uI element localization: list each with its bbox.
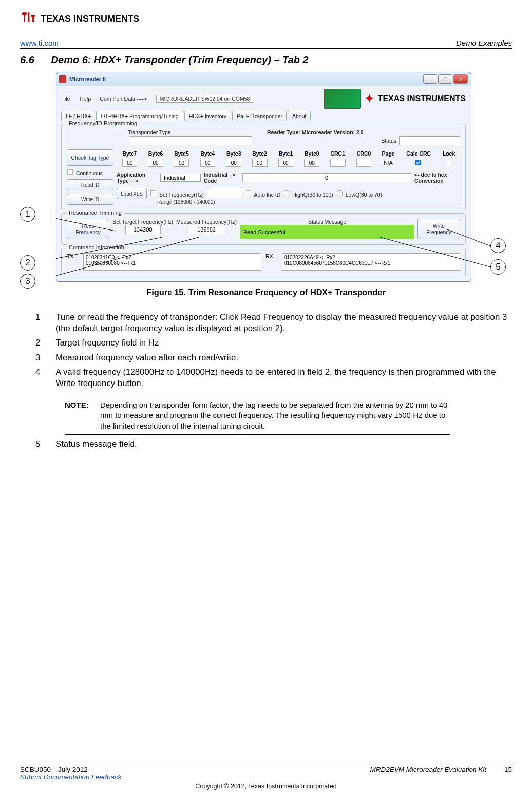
menu-file[interactable]: File bbox=[61, 96, 70, 102]
window-maximize-button[interactable]: ☐ bbox=[438, 74, 452, 84]
app-icon bbox=[59, 75, 66, 83]
set-frequency-checkbox[interactable] bbox=[150, 190, 157, 196]
lock-checkbox[interactable] bbox=[445, 159, 451, 165]
figure-15: Microreader II _ ☐ ✕ File Help Com Port … bbox=[56, 72, 497, 282]
command-info-title: Command Information bbox=[67, 244, 126, 250]
window-minimize-button[interactable]: _ bbox=[423, 74, 437, 84]
app-window: Microreader II _ ☐ ✕ File Help Com Port … bbox=[56, 72, 471, 282]
list-item: 2Target frequency field in Hz bbox=[35, 337, 512, 349]
com-port-value[interactable]: MICROREADER SW02.04 on COM58 bbox=[156, 95, 254, 103]
window-title: Microreader II bbox=[69, 76, 106, 82]
section-title: Demo 6: HDX+ Transponder (Trim Frequency… bbox=[51, 54, 309, 65]
set-frequency-field[interactable] bbox=[207, 189, 242, 198]
set-freq-check-wrap[interactable]: Set Frequency(Hz) bbox=[150, 190, 204, 198]
header-breadcrumb: Demo Examples bbox=[456, 39, 512, 47]
brand-box: ✦ TEXAS INSTRUMENTS bbox=[324, 89, 466, 109]
set-target-label: Set Target Frequency(Hz) bbox=[112, 219, 173, 225]
byte5-input[interactable] bbox=[174, 159, 189, 167]
list-item: 3Measured frequency value after each rea… bbox=[35, 352, 512, 364]
callout-1: 1 bbox=[20, 207, 35, 222]
brand-text: TEXAS INSTRUMENTS bbox=[378, 95, 466, 103]
menu-help[interactable]: Help bbox=[80, 96, 91, 102]
tabstrip: LF / HDX+ OTP/HDX+ Programming/Tuning HD… bbox=[61, 111, 466, 121]
note-label: NOTE: bbox=[65, 400, 100, 431]
transponder-type-field[interactable] bbox=[129, 136, 252, 145]
measured-label: Measured Frequency(Hz) bbox=[176, 219, 237, 225]
set-frequency-label: Set Frequency(Hz) bbox=[159, 192, 204, 198]
lowq-label: LowQ(30 to 70) bbox=[346, 192, 382, 198]
highq-label: HighQ(30 to 100) bbox=[292, 192, 333, 198]
page-footer: SCBU050 – July 2012 Submit Documentation… bbox=[20, 763, 512, 790]
byte2-input[interactable] bbox=[252, 159, 268, 167]
section-heading: 6.6 Demo 6: HDX+ Transponder (Trim Frequ… bbox=[20, 54, 512, 66]
com-port-label: Com Port Data ----> bbox=[100, 96, 146, 102]
chip-image bbox=[324, 89, 361, 109]
header-url[interactable]: www.ti.com bbox=[20, 39, 59, 47]
tab-palfi[interactable]: PaLFI Transponder bbox=[232, 111, 287, 121]
tx-label: TX bbox=[67, 253, 79, 259]
byte3-input[interactable] bbox=[226, 159, 241, 167]
highq-radio[interactable] bbox=[284, 190, 290, 196]
transponder-type-label: Transponder Type bbox=[128, 129, 171, 135]
write-id-button[interactable]: Write ID bbox=[67, 194, 113, 205]
ti-mark-icon: ✦ bbox=[365, 92, 374, 105]
industrial-code-label: Industrial –> Code bbox=[204, 172, 239, 184]
auto-inc-wrap[interactable]: Auto Inc ID bbox=[245, 190, 280, 198]
read-frequency-button[interactable]: Read Frequency bbox=[67, 219, 109, 239]
window-close-button[interactable]: ✕ bbox=[453, 74, 468, 84]
status-message-field: Read Successful bbox=[240, 225, 414, 239]
list-item: 4A valid frequency (128000Hz to 140000Hz… bbox=[35, 367, 512, 390]
crc1-input[interactable] bbox=[330, 159, 346, 167]
resonance-group-title: Resonance Trimming bbox=[67, 210, 124, 216]
ti-logo-text: TEXAS INSTRUMENTS bbox=[41, 14, 139, 24]
read-id-button[interactable]: Read ID bbox=[67, 179, 113, 190]
list-item: 1Tune or read the frequency of transpond… bbox=[35, 312, 512, 334]
reader-info: Reader Type: Microreader Version: 2.0 bbox=[267, 129, 364, 135]
write-frequency-button[interactable]: Write Frequency bbox=[417, 219, 460, 239]
tab-about[interactable]: About bbox=[288, 111, 311, 121]
app-type-combo[interactable]: Industrial bbox=[160, 174, 201, 182]
tab-hdx-inventory[interactable]: HDX+ Inventory bbox=[184, 111, 231, 121]
status-label: Status bbox=[381, 138, 396, 144]
crc0-input[interactable] bbox=[356, 159, 371, 167]
lowq-radio[interactable] bbox=[336, 190, 343, 196]
submit-feedback-link[interactable]: Submit Documentation Feedback bbox=[20, 773, 122, 781]
step-list: 1Tune or read the frequency of transpond… bbox=[35, 312, 512, 390]
app-type-label: Application Type —> bbox=[117, 172, 157, 184]
tab-otp-programming[interactable]: OTP/HDX+ Programming/Tuning bbox=[96, 111, 183, 121]
set-freq-range: Range (128000 - 140000) bbox=[157, 199, 460, 205]
footer-doc-id: SCBU050 – July 2012 bbox=[20, 765, 88, 773]
lowq-wrap[interactable]: LowQ(30 to 70) bbox=[336, 190, 382, 198]
byte4-input[interactable] bbox=[200, 159, 215, 167]
set-target-field[interactable]: 134200 bbox=[125, 225, 161, 234]
callout-3: 3 bbox=[20, 274, 35, 289]
list-item: 5Status message field. bbox=[35, 439, 512, 450]
window-titlebar: Microreader II _ ☐ ✕ bbox=[56, 72, 471, 86]
callout-4: 4 bbox=[490, 238, 506, 253]
command-info-group: Command Information TX 01028341C0 <--Tx2… bbox=[61, 248, 466, 276]
byte1-input[interactable] bbox=[278, 159, 293, 167]
page-value: N/A bbox=[384, 160, 393, 166]
footer-copyright: Copyright © 2012, Texas Instruments Inco… bbox=[20, 783, 512, 790]
highq-wrap[interactable]: HighQ(30 to 100) bbox=[283, 190, 333, 198]
measured-field: 139882 bbox=[189, 225, 224, 234]
continuous-checkbox-wrap[interactable]: Continuous bbox=[67, 169, 113, 176]
auto-inc-checkbox[interactable] bbox=[246, 190, 252, 196]
byte-header-row: Byte7Byte6Byte5Byte4Byte3Byte2Byte1Byte0… bbox=[117, 149, 460, 158]
check-tag-type-button[interactable]: Check Tag Type bbox=[67, 149, 113, 166]
note-block: NOTE: Depending on transponder form fact… bbox=[65, 397, 450, 435]
figure-caption: Figure 15. Trim Resonance Frequency of H… bbox=[20, 288, 512, 297]
tab-lf-hdx[interactable]: LF / HDX+ bbox=[61, 111, 95, 121]
callout-2: 2 bbox=[20, 255, 35, 271]
dec-hex-label: <- dec to hex Conversion bbox=[414, 172, 460, 184]
byte7-input[interactable] bbox=[122, 159, 137, 167]
calc-crc-checkbox[interactable] bbox=[415, 159, 421, 165]
continuous-checkbox[interactable] bbox=[67, 169, 73, 175]
rx-label: RX bbox=[265, 253, 278, 259]
load-xls-button[interactable]: Load XLS bbox=[117, 188, 147, 199]
freq-id-group: Frequency/ID Programming Transponder Typ… bbox=[61, 124, 466, 210]
industrial-code-field[interactable]: 0 bbox=[242, 173, 411, 182]
status-message-label: Status Message bbox=[240, 219, 414, 225]
byte0-input[interactable] bbox=[304, 159, 319, 167]
byte6-input[interactable] bbox=[148, 159, 163, 167]
